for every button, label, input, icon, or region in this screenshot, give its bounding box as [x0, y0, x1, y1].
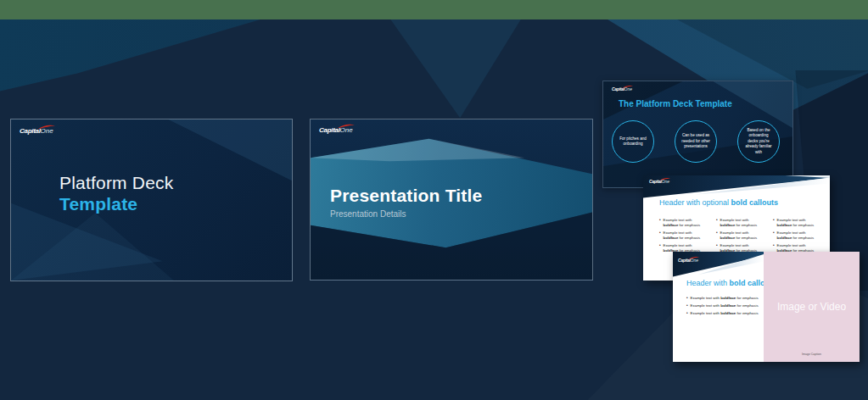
- logo-swoosh-icon: [622, 85, 634, 89]
- bullet-item: Example text with boldface for emphasis: [773, 218, 821, 228]
- bullet-item: Example text with boldface for emphasis: [659, 231, 708, 241]
- bullet-prefix: Example text with: [691, 311, 721, 315]
- bullet-bold: boldface: [720, 223, 736, 227]
- cover-title-line1: Platform Deck: [59, 172, 173, 193]
- bullet-item: Example text with boldface for emphasis: [686, 303, 759, 308]
- header-band-base: [643, 175, 830, 201]
- bullet-bold: boldface: [720, 296, 736, 300]
- bullet-bold: boldface: [664, 236, 679, 240]
- capitalone-logo: CapitalOne: [678, 258, 698, 263]
- bullet-prefix: Example text with: [720, 243, 749, 247]
- image-placeholder-panel: Image or Video: [764, 252, 860, 362]
- bullet-prefix: Example text with: [720, 218, 749, 222]
- bullet-prefix: Example text with: [777, 231, 806, 235]
- bullet-item: Example text with boldface for emphasis: [686, 311, 759, 316]
- overview-circle-text: Based on the onboarding decks you're alr…: [743, 128, 774, 155]
- bullet-bold: boldface: [664, 223, 679, 227]
- overview-circle: For pitches and onboarding: [612, 120, 654, 163]
- bullet-suffix: for emphasis: [736, 296, 758, 300]
- bullet-prefix: Example text with: [691, 303, 721, 308]
- image-caption: Image Caption: [764, 353, 860, 356]
- overview-title: The Platform Deck Template: [619, 99, 732, 108]
- bullet-item: Example text with boldface for emphasis: [716, 218, 764, 228]
- bullet-bold: boldface: [720, 311, 736, 315]
- logo-swoosh-icon: [688, 256, 700, 260]
- image-slide-header-band: [673, 252, 764, 282]
- top-green-strip: [0, 0, 868, 19]
- bullet-prefix: Example text with: [664, 243, 692, 247]
- bullet-suffix: for emphasis: [735, 236, 757, 240]
- callouts-column: Example text with boldface for emphasis …: [716, 218, 764, 256]
- overview-circle-text: Can be used as needed for other presenta…: [680, 133, 711, 149]
- slide-cover-thumbnail[interactable]: CapitalOne Platform Deck Template: [10, 119, 293, 281]
- header-band-base: [673, 252, 764, 282]
- bullet-prefix: Example text with: [777, 243, 806, 247]
- bullet-bold: boldface: [777, 223, 792, 227]
- slide-presentation-title-thumbnail[interactable]: CapitalOne Presentation Title Presentati…: [310, 119, 593, 281]
- callouts-column: Example text with boldface for emphasis …: [659, 218, 708, 256]
- bullet-prefix: Example text with: [691, 296, 721, 300]
- capitalone-logo: CapitalOne: [649, 180, 669, 184]
- bullet-item: Example text with boldface for emphasis: [773, 231, 821, 241]
- cover-title: Platform Deck Template: [59, 172, 173, 214]
- overview-circles: For pitches and onboarding Can be used a…: [612, 120, 780, 163]
- overview-circle-text: For pitches and onboarding: [618, 136, 648, 147]
- callouts-title-bold: bold callouts: [731, 198, 779, 207]
- bullet-prefix: Example text with: [720, 231, 749, 235]
- bullet-item: Example text with boldface for emphasis: [686, 296, 759, 301]
- overview-circle: Can be used as needed for other presenta…: [675, 120, 717, 163]
- presentation-subtitle: Presentation Details: [330, 209, 482, 219]
- callouts-header-band: [643, 175, 830, 201]
- callouts-columns: Example text with boldface for emphasis …: [659, 218, 821, 256]
- presentation-title: Presentation Title: [330, 186, 482, 206]
- presentation-title-block: Presentation Title Presentation Details: [330, 186, 482, 219]
- page-root: CapitalOne Platform Deck Template Capita…: [0, 0, 868, 400]
- bullet-prefix: Example text with: [664, 231, 692, 235]
- bullet-prefix: Example text with: [777, 218, 806, 222]
- bullet-bold: boldface: [720, 236, 736, 240]
- image-slide-title: Header with bold callout: [686, 279, 772, 287]
- bullet-prefix: Example text with: [664, 218, 692, 222]
- bullet-bold: boldface: [777, 236, 792, 240]
- slide-image-video-thumbnail[interactable]: CapitalOne Header with bold callout Exam…: [673, 252, 860, 362]
- callouts-title: Header with optional bold callouts: [659, 198, 778, 207]
- logo-swoosh-icon: [337, 123, 356, 130]
- bullet-suffix: for emphasis: [792, 236, 814, 240]
- overview-circle: Based on the onboarding decks you're alr…: [737, 120, 780, 163]
- bullet-item: Example text with boldface for emphasis: [716, 231, 764, 241]
- logo-swoosh-icon: [37, 124, 56, 131]
- callouts-column: Example text with boldface for emphasis …: [773, 218, 821, 256]
- image-slide-title-regular: Header with: [686, 279, 730, 287]
- cover-title-line2: Template: [59, 193, 173, 214]
- slide-overview-thumbnail[interactable]: CapitalOne The Platform Deck Template Fo…: [602, 81, 793, 188]
- capitalone-logo: CapitalOne: [20, 128, 53, 135]
- callouts-title-regular: Header with optional: [659, 198, 731, 207]
- bullet-suffix: for emphasis: [678, 236, 700, 240]
- bullet-bold: boldface: [720, 303, 736, 308]
- bullet-suffix: for emphasis: [735, 223, 757, 227]
- capitalone-logo: CapitalOne: [319, 127, 353, 134]
- bullet-suffix: for emphasis: [736, 311, 758, 315]
- bullet-suffix: for emphasis: [678, 223, 700, 227]
- image-placeholder-text: Image or Video: [777, 301, 846, 313]
- bullet-item: Example text with boldface for emphasis: [659, 218, 708, 228]
- bullet-suffix: for emphasis: [736, 303, 758, 308]
- logo-swoosh-icon: [659, 177, 671, 181]
- image-slide-bullets: Example text with boldface for emphasis …: [686, 296, 759, 319]
- bullet-suffix: for emphasis: [792, 223, 814, 227]
- capitalone-logo: CapitalOne: [612, 87, 632, 92]
